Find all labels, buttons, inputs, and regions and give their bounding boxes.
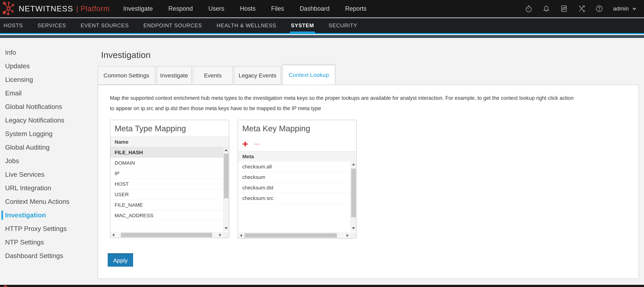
meta-key-row[interactable]: checksum.all <box>238 161 350 172</box>
sidebar-item-label: Updates <box>5 62 30 70</box>
sidebar-item-info[interactable]: Info <box>0 46 97 59</box>
tools-icon[interactable] <box>578 5 586 12</box>
sidebar-item-label: NTP Settings <box>5 239 44 246</box>
user-name: admin <box>613 5 629 12</box>
brand-separator: | <box>76 4 78 13</box>
meta-type-row[interactable]: HOST <box>110 179 223 189</box>
sidebar-item-label: Global Auditing <box>5 144 50 151</box>
sidebar-item-label: Jobs <box>5 157 19 165</box>
scroll-up-arrow[interactable] <box>223 147 229 153</box>
scroll-down-arrow[interactable] <box>351 225 356 231</box>
page-title: Investigation <box>101 50 150 60</box>
scroll-left-arrow[interactable] <box>110 232 116 238</box>
topnav-hosts[interactable]: Hosts <box>240 5 256 12</box>
meta-type-row[interactable]: IP <box>110 168 223 179</box>
apply-button[interactable]: Apply <box>108 253 133 267</box>
scroll-left-arrow[interactable] <box>238 233 244 238</box>
user-menu[interactable]: admin <box>613 5 637 12</box>
admin-sub-navigation: HOSTS SERVICES EVENT SOURCES ENDPOINT SO… <box>0 18 644 34</box>
sidebar-item-label: Dashboard Settings <box>5 252 63 260</box>
tab-events[interactable]: Events <box>193 66 233 85</box>
subnav-security[interactable]: SECURITY <box>328 18 358 33</box>
subnav-endpoint-sources[interactable]: ENDPOINT SOURCES <box>142 18 203 33</box>
subnav-health-wellness[interactable]: HEALTH & WELLNESS <box>216 18 277 33</box>
horizontal-scrollbar[interactable] <box>238 233 350 238</box>
scroll-up-arrow[interactable] <box>351 161 356 167</box>
sidebar-item-legacy-notifications[interactable]: Legacy Notifications <box>0 113 97 127</box>
horizontal-scroll-thumb[interactable] <box>244 233 337 238</box>
meta-key-row[interactable]: checksum.dst <box>238 183 350 193</box>
stopwatch-icon[interactable] <box>525 5 532 12</box>
scroll-right-arrow[interactable] <box>345 233 350 238</box>
vertical-scroll-thumb[interactable] <box>351 169 356 217</box>
investigation-tabs: Common Settings Investigate Events Legac… <box>98 65 335 85</box>
subnav-services[interactable]: SERVICES <box>36 18 67 33</box>
topnav-files[interactable]: Files <box>271 5 284 12</box>
horizontal-scrollbar[interactable] <box>110 232 223 238</box>
meta-type-mapping-box: Meta Type Mapping Name FILE_HASH DOMAIN … <box>110 120 229 238</box>
preferences-icon[interactable] <box>560 5 568 12</box>
sidebar-item-email[interactable]: Email <box>0 86 97 100</box>
meta-type-row[interactable]: FILE_HASH <box>110 147 223 158</box>
meta-type-mapping-title: Meta Type Mapping <box>110 120 229 137</box>
sidebar-item-context-menu-actions[interactable]: Context Menu Actions <box>0 195 97 208</box>
brand-name: NETWITNESS <box>19 4 73 13</box>
help-icon[interactable] <box>595 5 603 12</box>
meta-type-row[interactable]: USER <box>110 189 223 200</box>
meta-type-column-header: Name <box>110 137 229 147</box>
subnav-hosts[interactable]: HOSTS <box>2 18 24 33</box>
sidebar-item-label: Investigation <box>5 211 46 219</box>
topnav-dashboard[interactable]: Dashboard <box>300 5 330 12</box>
horizontal-scroll-thumb[interactable] <box>121 233 212 237</box>
vertical-scrollbar[interactable] <box>350 161 356 231</box>
netwitness-logo-icon <box>2 1 15 16</box>
sidebar-item-system-logging[interactable]: System Logging <box>0 127 97 141</box>
sidebar-item-global-notifications[interactable]: Global Notifications <box>0 100 97 113</box>
scroll-right-arrow[interactable] <box>218 232 223 238</box>
sidebar-item-jobs[interactable]: Jobs <box>0 154 97 168</box>
vertical-scrollbar[interactable] <box>223 147 229 231</box>
bell-icon[interactable] <box>542 5 550 12</box>
topbar-actions: admin <box>525 5 644 12</box>
topnav-users[interactable]: Users <box>208 5 224 12</box>
tab-context-lookup[interactable]: Context Lookup <box>282 65 335 85</box>
meta-type-row[interactable]: FILE_NAME <box>110 200 223 210</box>
meta-type-row[interactable]: DOMAIN <box>110 158 223 168</box>
topnav-investigate[interactable]: Investigate <box>123 5 153 12</box>
sidebar-item-url-integration[interactable]: URL Integration <box>0 181 97 195</box>
sidebar-item-label: URL Integration <box>5 184 51 192</box>
sidebar-item-global-auditing[interactable]: Global Auditing <box>0 141 97 154</box>
settings-sidebar: Info Updates Licensing Email Global Noti… <box>0 38 97 285</box>
tab-investigate[interactable]: Investigate <box>156 66 192 85</box>
subnav-event-sources[interactable]: EVENT SOURCES <box>80 18 130 33</box>
top-navigation: Investigate Respond Users Hosts Files Da… <box>123 5 366 12</box>
meta-key-mapping-title: Meta Key Mapping <box>238 120 356 137</box>
meta-key-row[interactable]: checksum <box>238 172 350 183</box>
footer-logo-icon <box>4 285 8 287</box>
subnav-system[interactable]: SYSTEM <box>290 18 315 33</box>
remove-meta-key-button[interactable]: − <box>254 139 260 149</box>
meta-type-row[interactable]: MAC_ADDRESS <box>110 210 223 221</box>
add-meta-key-button[interactable]: + <box>242 139 248 149</box>
meta-key-row[interactable]: checksum.src <box>238 193 350 204</box>
tab-common-settings[interactable]: Common Settings <box>98 66 155 85</box>
sidebar-item-live-services[interactable]: Live Services <box>0 168 97 181</box>
brand-product: Platform <box>80 4 110 13</box>
topnav-respond[interactable]: Respond <box>168 5 193 12</box>
sidebar-item-updates[interactable]: Updates <box>0 59 97 73</box>
context-lookup-panel: Map the supported context enrichment hub… <box>98 85 639 279</box>
sidebar-item-http-proxy-settings[interactable]: HTTP Proxy Settings <box>0 222 97 236</box>
sidebar-item-label: Email <box>5 89 22 97</box>
sidebar-item-label: Context Menu Actions <box>5 198 69 205</box>
sidebar-item-ntp-settings[interactable]: NTP Settings <box>0 236 97 249</box>
sidebar-item-investigation[interactable]: Investigation <box>0 208 97 222</box>
scrollbar-corner <box>350 233 356 238</box>
topnav-reports[interactable]: Reports <box>345 5 366 12</box>
scroll-down-arrow[interactable] <box>223 225 229 231</box>
sidebar-item-dashboard-settings[interactable]: Dashboard Settings <box>0 249 97 263</box>
sidebar-item-label: Info <box>5 49 16 56</box>
vertical-scroll-thumb[interactable] <box>224 154 228 198</box>
scrollbar-corner <box>223 232 229 238</box>
sidebar-item-licensing[interactable]: Licensing <box>0 73 97 86</box>
tab-legacy-events[interactable]: Legacy Events <box>234 66 281 85</box>
